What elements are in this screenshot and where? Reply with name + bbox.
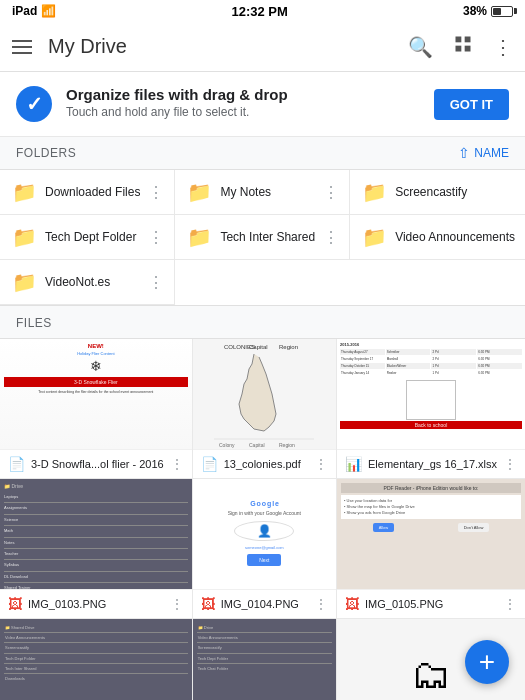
folder-menu-button[interactable]: ⋮ [148, 273, 164, 292]
svg-text:Capital: Capital [249, 344, 268, 350]
folder-icon: 📁 [12, 180, 37, 204]
status-right: 38% [463, 4, 513, 18]
banner-subtitle: Touch and hold any file to select it. [66, 105, 420, 119]
folder-grid: 📁 Downloaded Files ⋮ 📁 My Notes ⋮ 📁 Scre… [0, 170, 525, 306]
folder-icon: 📁 [12, 270, 37, 294]
file-menu-button[interactable]: ⋮ [503, 456, 517, 472]
file-menu-button[interactable]: ⋮ [170, 596, 184, 612]
top-nav: My Drive 🔍 ⋮ [0, 22, 525, 72]
folder-shared-icon: 📁 [187, 225, 212, 249]
file-item-elementary-xlsx[interactable]: 2015-2016 Thursday August 27 Schreiber 2… [337, 339, 525, 478]
fab-button[interactable]: + [465, 640, 509, 684]
nav-actions: 🔍 ⋮ [408, 34, 513, 59]
folder-icon: 📁 [362, 225, 387, 249]
status-bar: iPad 📶 12:32 PM 38% [0, 0, 525, 22]
file-info: 📄 3-D Snowfla...ol flier - 2016 ⋮ [0, 449, 192, 478]
folder-icon: 📁 [362, 180, 387, 204]
got-it-button[interactable]: GOT IT [434, 89, 509, 120]
folder-icon: 📁 [12, 225, 37, 249]
folder-name: VideoNot.es [45, 275, 140, 289]
page-wrapper: iPad 📶 12:32 PM 38% My Drive 🔍 [0, 0, 525, 700]
file-item-7[interactable]: 📁 Shared Drive Video Announcements Scree… [0, 619, 192, 700]
wifi-icon: 📶 [41, 4, 56, 18]
file-name: IMG_0104.PNG [221, 598, 308, 610]
battery-icon [491, 6, 513, 17]
svg-rect-0 [456, 37, 462, 43]
folder-item-videonotes[interactable]: 📁 VideoNot.es ⋮ [0, 260, 175, 305]
file-item-img0105[interactable]: PDF Reader - iPhone Edition would like t… [337, 479, 525, 618]
svg-rect-2 [456, 46, 462, 52]
file-thumbnail: G o o g l e Sign in with your Google Acc… [193, 479, 336, 589]
carrier-label: iPad [12, 4, 37, 18]
folders-label: Folders [16, 146, 76, 160]
file-type-pdf-icon: 📄 [201, 456, 218, 472]
more-options-button[interactable]: ⋮ [493, 35, 513, 59]
file-menu-button[interactable]: ⋮ [503, 596, 517, 612]
file-thumbnail: 📁 Drive Video Announcements Screencastif… [193, 619, 336, 700]
folder-menu-button[interactable]: ⋮ [148, 228, 164, 247]
file-info: 📄 13_colonies.pdf ⋮ [193, 449, 336, 478]
folder-item-screencastify[interactable]: 📁 Screencastify ⋮ [350, 170, 525, 215]
folder-item-my-notes[interactable]: 📁 My Notes ⋮ [175, 170, 350, 215]
folder-menu-button[interactable]: ⋮ [323, 183, 339, 202]
svg-rect-1 [465, 37, 471, 43]
folders-section-header: Folders ⇧ NAME [0, 137, 525, 170]
files-section-header: Files [0, 306, 525, 339]
file-name: IMG_0103.PNG [28, 598, 164, 610]
file-thumbnail: 2015-2016 Thursday August 27 Schreiber 2… [337, 339, 525, 449]
file-type-docs-icon: 📄 [8, 456, 25, 472]
file-info: 📊 Elementary_gs 16_17.xlsx ⋮ [337, 449, 525, 478]
folder-name: Downloaded Files [45, 185, 140, 199]
file-name: Elementary_gs 16_17.xlsx [368, 458, 497, 470]
folder-menu-button[interactable]: ⋮ [323, 228, 339, 247]
file-item-8[interactable]: 📁 Drive Video Announcements Screencastif… [193, 619, 336, 700]
hamburger-button[interactable] [12, 40, 32, 54]
status-left: iPad 📶 [12, 4, 56, 18]
sort-button[interactable]: ⇧ NAME [458, 145, 509, 161]
file-grid: NEW! Holiday Flier Content ❄ 3-D Snowfla… [0, 339, 525, 700]
file-info: 🖼 IMG_0104.PNG ⋮ [193, 589, 336, 618]
svg-text:Region: Region [279, 442, 295, 448]
battery-percent: 38% [463, 4, 487, 18]
search-button[interactable]: 🔍 [408, 35, 433, 59]
file-thumbnail: COLONIES Capital Region Colony Capital R… [193, 339, 336, 449]
file-thumbnail: 📁 Shared Drive Video Announcements Scree… [0, 619, 192, 700]
file-menu-button[interactable]: ⋮ [314, 596, 328, 612]
folder-name: Screencastify [395, 185, 515, 199]
folder-item-tech-dept[interactable]: 📁 Tech Dept Folder ⋮ [0, 215, 175, 260]
folder-shared-icon: 📁 [187, 180, 212, 204]
folder-menu-button[interactable]: ⋮ [148, 183, 164, 202]
file-thumbnail: PDF Reader - iPhone Edition would like t… [337, 479, 525, 589]
organize-banner: ✓ Organize files with drag & drop Touch … [0, 72, 525, 137]
file-item-img0103[interactable]: 📁 Drive Laptops Assignments Science Math… [0, 479, 192, 618]
file-info: 🖼 IMG_0103.PNG ⋮ [0, 589, 192, 618]
view-toggle-button[interactable] [453, 34, 473, 59]
folder-item-downloaded-files[interactable]: 📁 Downloaded Files ⋮ [0, 170, 175, 215]
file-item-snowflake-flier[interactable]: NEW! Holiday Flier Content ❄ 3-D Snowfla… [0, 339, 192, 478]
file-item-colonies-pdf[interactable]: COLONIES Capital Region Colony Capital R… [193, 339, 336, 478]
folder-item-tech-inter-shared[interactable]: 📁 Tech Inter Shared ⋮ [175, 215, 350, 260]
svg-text:Capital: Capital [249, 442, 265, 448]
file-menu-button[interactable]: ⋮ [170, 456, 184, 472]
time-display: 12:32 PM [231, 4, 287, 19]
page-title: My Drive [48, 35, 408, 58]
banner-text: Organize files with drag & drop Touch an… [66, 86, 420, 119]
file-type-excel-icon: 📊 [345, 456, 362, 472]
file-item-img0104[interactable]: G o o g l e Sign in with your Google Acc… [193, 479, 336, 618]
files-label: Files [16, 316, 52, 330]
file-name: 13_colonies.pdf [224, 458, 308, 470]
file-name: 3-D Snowfla...ol flier - 2016 [31, 458, 164, 470]
file-type-image-icon: 🖼 [345, 596, 359, 612]
folder-name: Tech Dept Folder [45, 230, 140, 244]
file-type-image-icon: 🖼 [8, 596, 22, 612]
folder-item-video-announcements[interactable]: 📁 Video Announcements ⋮ [350, 215, 525, 260]
file-info: 🖼 IMG_0105.PNG ⋮ [337, 589, 525, 618]
banner-check-icon: ✓ [16, 86, 52, 122]
folder-name: Tech Inter Shared [220, 230, 315, 244]
svg-rect-3 [465, 46, 471, 52]
svg-text:Region: Region [279, 344, 298, 350]
file-menu-button[interactable]: ⋮ [314, 456, 328, 472]
folder-name: Video Announcements [395, 230, 515, 244]
file-thumbnail: 📁 Drive Laptops Assignments Science Math… [0, 479, 192, 589]
banner-title: Organize files with drag & drop [66, 86, 420, 103]
